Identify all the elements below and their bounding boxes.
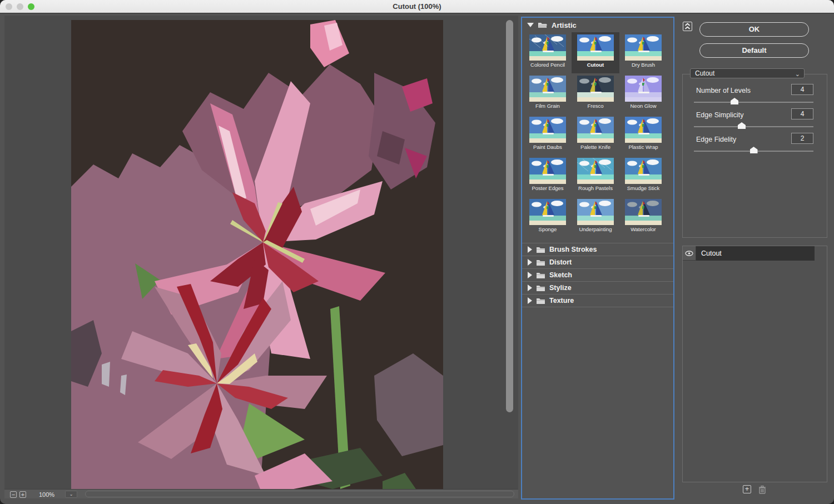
slider-value-field[interactable]: 2	[791, 133, 813, 144]
filter-thumb-label: Plastic Wrap	[628, 144, 658, 150]
folder-closed-icon	[536, 272, 545, 279]
filter-thumbnail-image	[529, 199, 566, 225]
category-label: Artistic	[552, 21, 577, 29]
collapsed-triangle-icon	[528, 285, 532, 291]
collapsed-triangle-icon	[528, 272, 532, 278]
preview-pane	[4, 16, 518, 489]
zoom-button[interactable]	[28, 3, 34, 10]
zoom-level: 100%	[39, 491, 54, 498]
slider-label: Edge Simplicity	[696, 111, 743, 119]
filter-thumb-fresco[interactable]: Fresco	[572, 73, 619, 114]
filter-thumb-neon-glow[interactable]: Neon Glow	[619, 73, 667, 114]
filter-thumb-label: Underpainting	[579, 226, 612, 232]
horizontal-scrollbar[interactable]	[85, 491, 514, 497]
collapse-panel-button[interactable]	[683, 22, 692, 31]
filter-select[interactable]: Cutout ⌄	[690, 68, 805, 78]
default-button[interactable]: Default	[699, 43, 809, 58]
category-texture[interactable]: Texture	[522, 295, 673, 307]
filter-thumb-label: Watercolor	[631, 226, 656, 232]
filter-gallery-dialog: Cutout (100%)	[0, 0, 834, 504]
category-artistic[interactable]: Artistic	[522, 18, 673, 32]
filter-thumb-rough-pastels[interactable]: Rough Pastels	[572, 156, 619, 197]
filter-thumbnail-image	[529, 76, 566, 102]
folder-open-icon	[538, 21, 548, 29]
zoom-out-button[interactable]: −	[10, 491, 17, 498]
preview-statusbar: − + 100% ⌄	[4, 489, 518, 498]
collapsed-category-list: Brush StrokesDistortSketchStylizeTexture	[522, 243, 673, 307]
minimize-button[interactable]	[17, 3, 23, 10]
filter-thumbnail-image	[625, 76, 662, 102]
filter-thumb-label: Neon Glow	[631, 103, 657, 109]
slider-stack: Number of Levels4Edge Simplicity4Edge Fi…	[694, 83, 813, 157]
folder-closed-icon	[536, 297, 545, 305]
filter-thumb-palette-knife[interactable]: Palette Knife	[572, 114, 619, 156]
chevron-down-icon: ⌄	[795, 69, 800, 78]
filter-thumb-label: Poster Edges	[532, 185, 563, 191]
slider-number-of-levels: Number of Levels4	[694, 83, 813, 108]
filter-thumbnail-image	[529, 117, 566, 143]
double-chevron-up-icon	[684, 23, 691, 30]
slider-value-field[interactable]: 4	[791, 108, 813, 119]
collapsed-triangle-icon	[528, 259, 532, 266]
category-label: Brush Strokes	[549, 246, 597, 253]
traffic-lights	[6, 3, 34, 10]
filter-thumb-colored-pencil[interactable]: Colored Pencil	[524, 32, 572, 73]
filter-thumb-label: Film Grain	[535, 103, 560, 109]
ok-button[interactable]: OK	[699, 22, 809, 37]
filter-thumb-paint-daubs[interactable]: Paint Daubs	[524, 114, 572, 156]
filter-thumbnail-image	[577, 158, 614, 184]
filter-thumbnail-grid: Colored PencilCutoutDry BrushFilm GrainF…	[522, 32, 673, 238]
slider-track[interactable]	[694, 102, 813, 103]
folder-closed-icon	[536, 259, 545, 266]
delete-effect-layer-button[interactable]	[758, 485, 767, 494]
window-title: Cutout (100%)	[393, 2, 441, 11]
new-effect-layer-button[interactable]: +	[743, 485, 751, 493]
category-stylize[interactable]: Stylize	[522, 282, 673, 295]
filter-thumbnail-image	[625, 199, 662, 225]
filter-select-value: Cutout	[695, 69, 714, 77]
filter-thumb-label: Cutout	[587, 62, 604, 68]
category-brush-strokes[interactable]: Brush Strokes	[522, 243, 673, 256]
filter-thumb-label: Smudge Stick	[627, 185, 660, 191]
filter-thumbnail-image	[577, 117, 614, 143]
folder-closed-icon	[536, 246, 545, 253]
category-label: Stylize	[549, 284, 572, 292]
filter-thumbnail-image	[529, 158, 566, 184]
filter-thumb-film-grain[interactable]: Film Grain	[524, 73, 572, 114]
filter-thumb-underpainting[interactable]: Underpainting	[572, 197, 619, 238]
slider-label: Edge Fidelity	[696, 136, 736, 143]
effect-layer-row[interactable]: Cutout	[683, 246, 827, 261]
filter-thumb-dry-brush[interactable]: Dry Brush	[619, 32, 667, 73]
filter-thumb-label: Rough Pastels	[578, 185, 613, 191]
category-sketch[interactable]: Sketch	[522, 269, 673, 282]
slider-label: Number of Levels	[696, 87, 751, 94]
filter-thumb-smudge-stick[interactable]: Smudge Stick	[619, 156, 667, 197]
filter-thumb-label: Sponge	[539, 226, 557, 232]
filter-thumb-label: Palette Knife	[580, 144, 610, 150]
folder-closed-icon	[536, 285, 545, 292]
slider-thumb[interactable]	[731, 98, 738, 104]
filter-thumb-watercolor[interactable]: Watercolor	[619, 197, 667, 238]
titlebar[interactable]: Cutout (100%)	[0, 0, 834, 13]
zoom-in-button[interactable]: +	[19, 491, 26, 498]
filter-thumb-poster-edges[interactable]: Poster Edges	[524, 156, 572, 197]
vertical-scrollbar[interactable]	[506, 20, 513, 412]
filter-thumb-plastic-wrap[interactable]: Plastic Wrap	[619, 114, 667, 156]
slider-thumb[interactable]	[738, 122, 746, 129]
filter-thumb-label: Colored Pencil	[530, 62, 565, 68]
expand-triangle-icon	[527, 23, 534, 27]
visibility-toggle[interactable]	[683, 246, 696, 261]
effect-layer-name: Cutout	[696, 246, 815, 261]
filter-thumb-cutout[interactable]: Cutout	[572, 32, 619, 73]
slider-value-field[interactable]: 4	[791, 84, 813, 95]
slider-edge-fidelity: Edge Fidelity2	[694, 132, 813, 157]
filter-thumbnail-image	[625, 158, 662, 184]
category-distort[interactable]: Distort	[522, 256, 673, 269]
slider-thumb[interactable]	[750, 147, 758, 153]
close-button[interactable]	[6, 3, 12, 10]
slider-track[interactable]	[694, 126, 813, 127]
category-label: Texture	[549, 297, 574, 305]
filter-thumb-sponge[interactable]: Sponge	[524, 197, 572, 238]
filter-thumbnail-image	[625, 34, 662, 61]
zoom-dropdown[interactable]: ⌄	[65, 491, 77, 498]
